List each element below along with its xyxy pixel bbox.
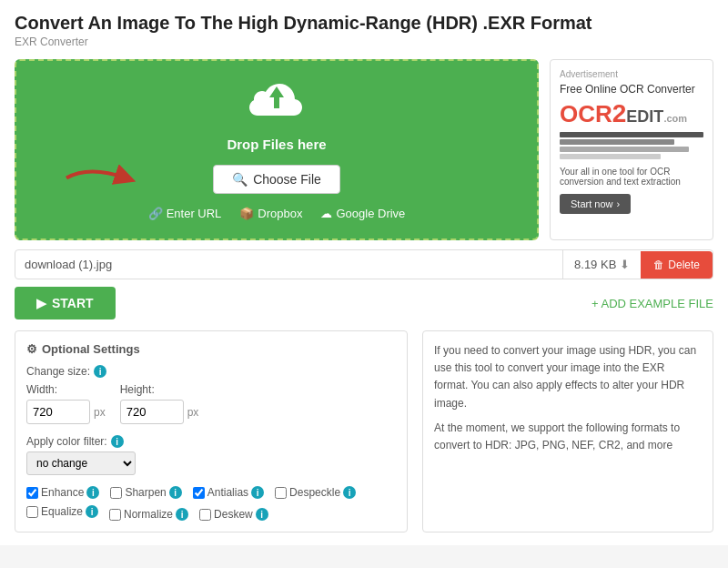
color-filter-select[interactable]: no change grayscale sepia invert (26, 451, 136, 475)
color-filter-info-icon[interactable]: i (111, 435, 124, 448)
page-title: Convert An Image To The High Dynamic-Ran… (15, 13, 713, 34)
dropbox-icon: 📦 (239, 207, 254, 220)
enhance-checkbox[interactable] (26, 487, 38, 499)
normalize-label: Normalize (124, 508, 173, 521)
cloud-upload-icon (35, 79, 519, 131)
google-drive-link[interactable]: ☁ Google Drive (320, 207, 405, 220)
deskew-label: Deskew (214, 508, 253, 521)
color-filter-label: Apply color filter: i (26, 435, 396, 448)
equalize-label: Equalize (41, 505, 83, 518)
settings-panel: ⚙ Optional Settings Change size: i Width… (15, 330, 408, 532)
settings-title-text: Optional Settings (42, 342, 140, 356)
ad-start-button[interactable]: Start now › (560, 194, 631, 214)
ocr-logo: OCR2EDIT.com (560, 99, 703, 128)
width-input[interactable] (26, 400, 90, 424)
file-row: download (1).jpg 8.19 KB ⬇ 🗑 Delete (15, 249, 713, 279)
enter-url-link[interactable]: 🔗 Enter URL (148, 207, 222, 220)
add-example-button[interactable]: + ADD EXAMPLE FILE (592, 297, 713, 310)
equalize-info-icon[interactable]: i (86, 505, 98, 518)
info-paragraph-2: At the moment, we support the following … (434, 420, 702, 454)
height-input[interactable] (120, 400, 184, 424)
delete-button[interactable]: 🗑 Delete (641, 251, 713, 279)
file-size: 8.19 KB ⬇ (563, 250, 641, 279)
upload-area: Drop Files here 🔍 Choose Fi (15, 59, 539, 240)
normalize-checkbox[interactable] (109, 509, 121, 521)
deskew-info-icon[interactable]: i (256, 508, 268, 521)
height-px-label: px (187, 406, 199, 419)
page-subtitle: EXR Converter (15, 36, 713, 48)
ad-title: Free Online OCR Converter (560, 83, 703, 96)
width-px-label: px (94, 406, 106, 419)
ad-label: Advertisement (560, 69, 703, 79)
despeckle-info-icon[interactable]: i (343, 486, 356, 499)
file-name: download (1).jpg (15, 250, 563, 279)
sharpen-label: Sharpen (125, 486, 166, 499)
normalize-info-icon[interactable]: i (176, 508, 188, 521)
chevron-right-icon: › (616, 198, 620, 209)
gear-icon: ⚙ (26, 342, 37, 356)
start-button[interactable]: ▶ START (15, 287, 116, 320)
info-paragraph-1: If you need to convert your image using … (434, 342, 702, 412)
google-drive-icon: ☁ (320, 207, 332, 220)
change-size-info-icon[interactable]: i (94, 365, 106, 378)
deskew-checkbox[interactable] (199, 509, 211, 521)
despeckle-label: Despeckle (289, 486, 340, 499)
dropbox-link[interactable]: 📦 Dropbox (239, 207, 302, 220)
trash-icon: 🗑 (653, 259, 664, 271)
sharpen-info-icon[interactable]: i (169, 486, 182, 499)
ad-description: Your all in one tool for OCR conversion … (560, 167, 703, 187)
antialias-label: Antialias (207, 486, 248, 499)
play-icon: ▶ (36, 296, 46, 310)
action-row: ▶ START + ADD EXAMPLE FILE (15, 287, 713, 320)
enhance-info-icon[interactable]: i (86, 486, 99, 499)
despeckle-checkbox[interactable] (275, 487, 287, 499)
equalize-checkbox[interactable] (26, 506, 38, 518)
change-size-label: Change size: (26, 365, 90, 378)
choose-file-button[interactable]: 🔍 Choose File (213, 165, 340, 194)
info-panel: If you need to convert your image using … (422, 330, 713, 532)
search-icon: 🔍 (232, 172, 248, 187)
height-label: Height: (120, 383, 199, 396)
red-arrow-icon (62, 164, 144, 196)
antialias-info-icon[interactable]: i (251, 486, 264, 499)
ad-box: Advertisement Free Online OCR Converter … (550, 59, 713, 240)
sharpen-checkbox[interactable] (110, 487, 122, 499)
download-icon: ⬇ (620, 258, 630, 271)
width-label: Width: (26, 383, 106, 396)
antialias-checkbox[interactable] (193, 487, 205, 499)
link-icon: 🔗 (148, 207, 163, 220)
enhance-label: Enhance (41, 486, 84, 499)
drop-files-text: Drop Files here (35, 137, 519, 152)
